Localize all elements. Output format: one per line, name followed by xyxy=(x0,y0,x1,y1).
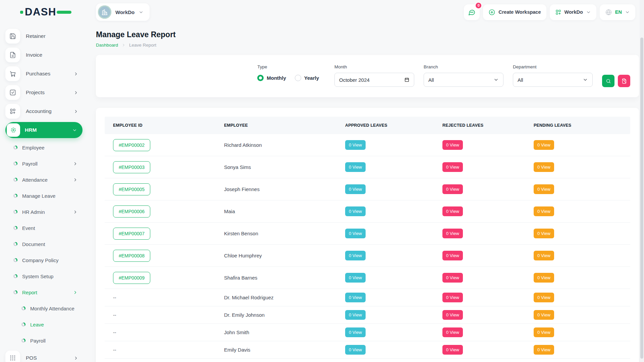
save-icon xyxy=(5,29,20,44)
approved-leaves-badge[interactable]: 0 View xyxy=(345,345,366,355)
employee-id-empty: -- xyxy=(113,330,116,335)
employee-name: John Smith xyxy=(224,329,249,335)
type-label: Type xyxy=(257,64,325,69)
sidebar-item-employee[interactable]: Employee xyxy=(5,139,83,156)
chevron-down-icon xyxy=(625,10,630,15)
chevron-right-icon xyxy=(73,71,78,76)
approved-leaves-badge[interactable]: 0 View xyxy=(345,310,366,320)
file-icon xyxy=(5,48,20,62)
department-select[interactable]: All xyxy=(513,73,593,87)
chevron-right-icon xyxy=(73,356,78,361)
approved-leaves-badge[interactable]: 0 View xyxy=(345,293,366,302)
rejected-leaves-badge[interactable]: 0 View xyxy=(442,140,463,150)
sidebar-item-hrm[interactable]: HRM xyxy=(5,122,83,138)
search-button[interactable] xyxy=(602,75,614,87)
rejected-leaves-badge[interactable]: 0 View xyxy=(442,273,463,283)
column-header-approved-leaves: APPROVED LEAVES xyxy=(337,123,434,128)
approved-leaves-badge[interactable]: 0 View xyxy=(345,140,366,150)
employee-id-button[interactable]: #EMP00007 xyxy=(113,228,150,240)
rejected-leaves-badge[interactable]: 0 View xyxy=(442,345,463,355)
rejected-leaves-badge[interactable]: 0 View xyxy=(442,251,463,260)
branch-select[interactable]: All xyxy=(424,73,503,87)
rejected-leaves-badge[interactable]: 0 View xyxy=(442,310,463,320)
approved-leaves-badge[interactable]: 0 View xyxy=(345,229,366,238)
radio-option-monthly[interactable]: Monthly xyxy=(257,75,286,81)
radio-option-yearly[interactable]: Yearly xyxy=(295,75,319,81)
column-header-employee-id: EMPLOYEE ID xyxy=(105,123,216,128)
rejected-leaves-badge[interactable]: 0 View xyxy=(442,162,463,172)
pending-leaves-badge[interactable]: 0 View xyxy=(534,229,554,238)
sidebar-item-attendance[interactable]: Attendance xyxy=(5,172,83,188)
sidebar-item-payroll[interactable]: Payroll xyxy=(5,333,83,349)
approved-leaves-badge[interactable]: 0 View xyxy=(345,251,366,260)
workdo-menu-button[interactable]: WorkDo xyxy=(550,4,596,20)
employee-id-button[interactable]: #EMP00006 xyxy=(113,205,150,218)
approved-leaves-badge[interactable]: 0 View xyxy=(345,206,366,216)
sidebar-item-monthly-attendance[interactable]: Monthly Attendance xyxy=(5,300,83,316)
pending-leaves-badge[interactable]: 0 View xyxy=(534,140,554,150)
employee-id-cell: #EMP00003 xyxy=(105,161,216,173)
sidebar-item-system-setup[interactable]: System Setup xyxy=(5,268,83,284)
scrollbar-thumb[interactable] xyxy=(640,38,643,359)
create-workspace-button[interactable]: Create Workspace xyxy=(483,4,546,20)
rejected-leaves-badge[interactable]: 0 View xyxy=(442,293,463,302)
page-scrollbar[interactable] xyxy=(640,0,644,362)
bullet-icon xyxy=(13,290,17,294)
employee-id-button[interactable]: #EMP00005 xyxy=(113,183,150,195)
employee-id-button[interactable]: #EMP00009 xyxy=(113,272,150,284)
sidebar-item-company-policy[interactable]: Company Policy xyxy=(5,252,83,268)
rejected-leaves-badge[interactable]: 0 View xyxy=(442,184,463,194)
employee-name: Dr. Michael Rodriguez xyxy=(224,295,274,300)
pending-leaves-badge[interactable]: 0 View xyxy=(534,293,554,302)
pending-leaves-badge[interactable]: 0 View xyxy=(534,273,554,283)
sidebar-item-projects[interactable]: Projects xyxy=(5,83,83,102)
employee-id-button[interactable]: #EMP00008 xyxy=(113,250,150,262)
sidebar-item-label: Employee xyxy=(22,145,45,150)
language-selector[interactable]: EN xyxy=(600,4,635,20)
sidebar-item-label: Leave xyxy=(30,322,44,327)
sidebar-item-event[interactable]: Event xyxy=(5,220,83,236)
rejected-leaves-badge[interactable]: 0 View xyxy=(442,327,463,337)
approved-leaves-badge[interactable]: 0 View xyxy=(345,184,366,194)
breadcrumb-dashboard-link[interactable]: Dashboard xyxy=(96,43,118,48)
pending-leaves-badge[interactable]: 0 View xyxy=(534,184,554,194)
employee-id-cell: -- xyxy=(105,312,216,318)
pending-leaves-badge[interactable]: 0 View xyxy=(534,206,554,216)
workspace-selector[interactable]: WorkDo xyxy=(96,3,150,21)
employee-name: Dr. Emily Johnson xyxy=(224,312,265,318)
rejected-leaves-badge[interactable]: 0 View xyxy=(442,206,463,216)
pending-leaves-badge[interactable]: 0 View xyxy=(534,327,554,337)
sidebar-item-hr-admin[interactable]: HR Admin xyxy=(5,204,83,220)
sidebar-item-retainer[interactable]: Retainer xyxy=(5,27,83,46)
employee-id-cell: #EMP00006 xyxy=(105,205,216,218)
sidebar-item-leave[interactable]: Leave xyxy=(5,316,83,333)
approved-leaves-badge[interactable]: 0 View xyxy=(345,162,366,172)
messages-button[interactable]: 0 xyxy=(464,4,480,20)
rejected-leaves-badge[interactable]: 0 View xyxy=(442,229,463,238)
check-square-icon xyxy=(5,85,20,100)
sidebar-item-invoice[interactable]: Invoice xyxy=(5,46,83,64)
employee-id-button[interactable]: #EMP00003 xyxy=(113,161,150,173)
sidebar-item-purchases[interactable]: Purchases xyxy=(5,64,83,83)
table-row: #EMP00006Maia0 View0 View0 View xyxy=(105,200,630,223)
chevron-down-icon xyxy=(583,77,588,82)
pending-leaves-badge[interactable]: 0 View xyxy=(534,251,554,260)
approved-leaves-badge[interactable]: 0 View xyxy=(345,273,366,283)
month-input[interactable]: October 2024 xyxy=(334,73,414,87)
pending-leaves-badge[interactable]: 0 View xyxy=(534,345,554,355)
pending-leaves-cell: 0 View xyxy=(525,140,630,150)
approved-leaves-badge[interactable]: 0 View xyxy=(345,327,366,337)
sidebar-item-pos[interactable]: POS xyxy=(5,349,83,362)
employee-name-cell: Dr. Michael Rodriguez xyxy=(216,295,337,301)
sidebar-item-document[interactable]: Document xyxy=(5,236,83,252)
pending-leaves-badge[interactable]: 0 View xyxy=(534,310,554,320)
sidebar-item-accounting[interactable]: Accounting xyxy=(5,102,83,121)
employee-id-empty: -- xyxy=(113,295,116,300)
create-workspace-label: Create Workspace xyxy=(498,9,541,15)
pending-leaves-badge[interactable]: 0 View xyxy=(534,162,554,172)
sidebar-item-report[interactable]: Report xyxy=(5,284,83,300)
sidebar-item-manage-leave[interactable]: Manage Leave xyxy=(5,188,83,204)
employee-id-button[interactable]: #EMP00002 xyxy=(113,139,150,151)
sidebar-item-payroll[interactable]: Payroll xyxy=(5,156,83,172)
reset-filter-button[interactable] xyxy=(618,75,630,87)
